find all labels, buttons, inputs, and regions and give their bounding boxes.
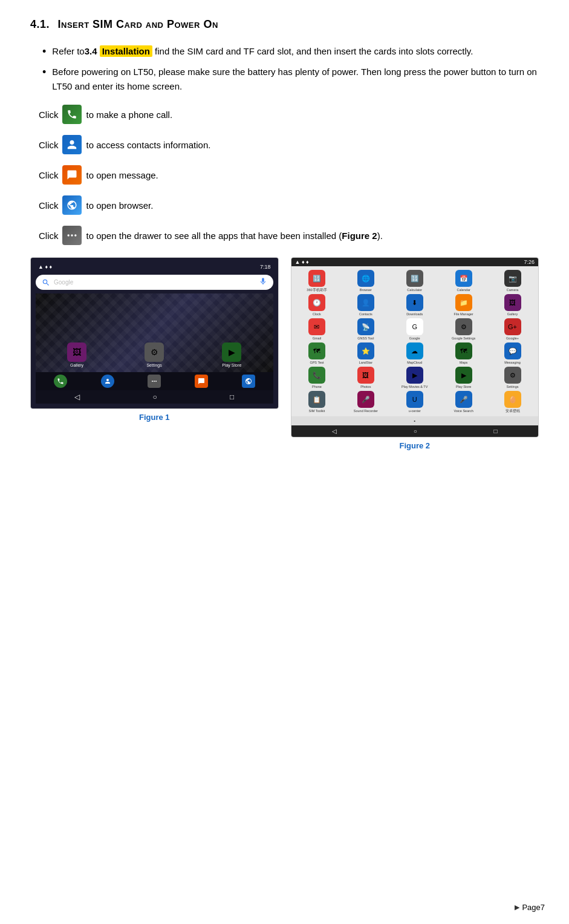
grid-app-icon: G — [406, 318, 423, 335]
footer-arrow-icon: ▶ — [515, 903, 519, 911]
home-btn-2: ○ — [414, 428, 417, 434]
message-icon — [62, 165, 82, 185]
grid-app-icon: G+ — [504, 318, 521, 335]
grid-app-label: Play Store — [456, 385, 471, 388]
click-label-3: Click — [39, 170, 59, 180]
figure-2-label: Figure 2 — [399, 441, 430, 450]
grid-app-icon: 🌐 — [357, 270, 374, 287]
click-row-contacts: Click to access contacts information. — [39, 135, 539, 154]
back-btn-2: ◁ — [332, 428, 337, 434]
recents-btn-1: □ — [230, 393, 234, 401]
grid-app-label: Messaging — [504, 361, 521, 364]
svg-point-0 — [67, 234, 69, 236]
grid-app-item: 🌐 Browser — [342, 270, 389, 292]
click-description-4: to open browser. — [86, 200, 154, 211]
grid-app-icon: 📞 — [308, 367, 325, 384]
dots-dock-icon — [148, 375, 161, 388]
grid-app-item: 🕐 Clock — [294, 294, 340, 316]
grid-app-label: Google — [409, 336, 420, 340]
click-description-3: to open message. — [86, 170, 158, 180]
grid-app-item: ⬇ Downloads — [391, 294, 438, 316]
grid-app-icon: 👤 — [357, 294, 374, 311]
grid-app-item: ⚙ Settings — [489, 367, 536, 388]
figure-2-image: ▲ ♦ ♦ 7:26 🔢 360手机助手 🌐 Browser 🔢 Calcula… — [291, 257, 539, 437]
contacts-dock-icon — [101, 375, 114, 388]
grid-app-item: 🗺 GPS Test — [294, 342, 340, 364]
grid-app-label: 安卓壁纸 — [506, 409, 520, 413]
grid-app-item: 🔢 360手机助手 — [294, 270, 340, 292]
click-row-drawer: Click to open the drawer to see all the … — [39, 226, 539, 245]
grid-app-icon: ⚙ — [504, 367, 521, 384]
settings-app-icon: ⚙ — [145, 342, 164, 362]
grid-app-icon: 🥚 — [504, 391, 521, 408]
settings-app-label: Settings — [146, 363, 161, 367]
contacts-icon — [62, 135, 82, 154]
grid-app-item: ▶ Play Movies & TV — [391, 367, 438, 388]
click-label-5: Click — [39, 231, 59, 241]
grid-app-label: Browser — [360, 288, 372, 292]
grid-app-item: 📁 File Manager — [440, 294, 487, 316]
status-icons-2: ▲ ♦ ♦ — [295, 259, 309, 265]
grid-app-item: 📋 SIM Toolkit — [294, 391, 340, 413]
grid-app-label: GNSS Tool — [357, 336, 374, 340]
grid-app-icon: 📷 — [504, 270, 521, 287]
bullet-section: • Refer to3.4 Installation find the SIM … — [30, 44, 539, 94]
gallery-app-icon: 🖼 — [67, 342, 86, 362]
figure-1-container: ▲ ♦ ♦ 7:18 Google 🖼 Gallery — [30, 257, 279, 450]
grid-app-label: u-center — [409, 409, 421, 413]
bullet-dot-1: • — [42, 45, 46, 59]
grid-app-item: 🔢 Calculator — [391, 270, 438, 292]
nav-bar-1: ◁ ○ □ — [36, 390, 273, 404]
grid-app-item: ⭐ LandStar — [342, 342, 389, 364]
back-btn-1: ◁ — [74, 393, 80, 401]
bullet-text-2: Before powering on LT50, please make sur… — [52, 65, 539, 94]
click-description-2: to access contacts information. — [86, 140, 211, 150]
grid-app-label: Contacts — [359, 312, 372, 316]
msg-dock-icon — [195, 375, 208, 388]
grid-app-icon: U — [406, 391, 423, 408]
grid-app-label: 360手机助手 — [307, 288, 327, 292]
playstore-app-label: Play Store — [222, 363, 241, 367]
grid-app-icon: 💬 — [504, 342, 521, 359]
grid-app-icon: 🗺 — [308, 342, 325, 359]
grid-app-item: 💬 Messaging — [489, 342, 536, 364]
grid-app-item: 🗺 Maps — [440, 342, 487, 364]
grid-app-icon: 🖼 — [357, 367, 374, 384]
grid-app-item: 📷 Camera — [489, 270, 536, 292]
app-grid: 🔢 360手机助手 🌐 Browser 🔢 Calculator 📅 Calen… — [291, 266, 539, 416]
grid-app-item: 🎤 Voice Search — [440, 391, 487, 413]
grid-app-icon: 🖼 — [504, 294, 521, 311]
figure-2-container: ▲ ♦ ♦ 7:26 🔢 360手机助手 🌐 Browser 🔢 Calcula… — [291, 257, 539, 450]
figure-1-image: ▲ ♦ ♦ 7:18 Google 🖼 Gallery — [30, 257, 279, 409]
grid-app-icon: 🗺 — [455, 342, 472, 359]
dock-app-settings: ⚙ Settings — [145, 342, 164, 367]
grid-app-label: GPS Test — [310, 361, 324, 364]
google-search-bar: Google — [36, 275, 273, 290]
bullet-text-1: Refer to3.4 Installation find the SIM ca… — [52, 44, 539, 59]
recents-btn-2: □ — [494, 428, 498, 434]
svg-point-1 — [71, 234, 73, 236]
grid-app-label: Calculator — [407, 288, 422, 292]
grid-app-label: Gmail — [313, 336, 321, 340]
grid-app-item: 🖼 Photos — [342, 367, 389, 388]
grid-app-item: 📅 Calendar — [440, 270, 487, 292]
time-2: 7:26 — [524, 259, 535, 265]
figures-row: ▲ ♦ ♦ 7:18 Google 🖼 Gallery — [30, 257, 539, 450]
browser-dock-icon — [242, 375, 255, 388]
grid-app-label: Sound Recorder — [354, 409, 378, 413]
nav-bar-2: ◁ ○ □ — [291, 425, 539, 437]
grid-app-label: Settings — [507, 385, 519, 388]
grid-app-icon: 🕐 — [308, 294, 325, 311]
click-label-1: Click — [39, 110, 59, 120]
grid-app-label: SIM Toolkit — [309, 409, 325, 413]
svg-point-5 — [155, 381, 157, 382]
click-row-browser: Click to open browser. — [39, 195, 539, 215]
dock-app-gallery: 🖼 Gallery — [67, 342, 86, 367]
grid-app-item: G Google — [391, 318, 438, 340]
status-bar-1: ▲ ♦ ♦ 7:18 — [36, 263, 273, 271]
bullet-dot-2: • — [42, 66, 46, 79]
google-text: Google — [54, 279, 73, 286]
grid-app-label: Phone — [312, 385, 322, 388]
grid-app-item: 🥚 安卓壁纸 — [489, 391, 536, 413]
grid-app-icon: ▶ — [406, 367, 423, 384]
